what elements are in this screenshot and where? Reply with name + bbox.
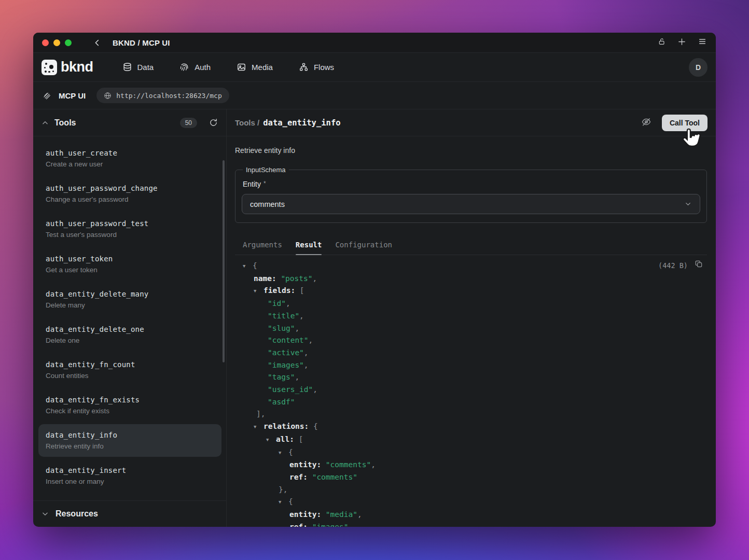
result-size: (442 B): [658, 260, 688, 272]
collapse-triangle-icon[interactable]: ▼: [279, 447, 288, 459]
user-avatar[interactable]: D: [689, 58, 708, 77]
image-icon: [237, 62, 246, 72]
collapse-triangle-icon[interactable]: ▼: [243, 260, 253, 273]
nav-item-label: Media: [252, 63, 273, 72]
json-line: ref: "images": [235, 521, 707, 527]
nav-item-label: Auth: [195, 63, 211, 72]
input-schema-legend: InputSchema: [243, 166, 289, 174]
resources-section-header[interactable]: Resources: [33, 500, 226, 527]
json-line: "content",: [235, 334, 707, 347]
tool-description: Retrieve entity info: [235, 146, 707, 155]
tool-list-item[interactable]: auth_user_password_test Test a user's pa…: [38, 213, 221, 245]
nav-item-media[interactable]: Media: [237, 62, 273, 72]
database-icon: [122, 62, 132, 72]
tool-list-item[interactable]: auth_user_create Create a new user: [38, 142, 221, 175]
tool-list-item[interactable]: data_entity_fn_exists Check if entity ex…: [38, 389, 221, 422]
json-line: "active",: [235, 347, 707, 359]
chevron-down-icon: [41, 510, 49, 517]
call-tool-button[interactable]: Call Tool: [662, 115, 708, 131]
json-line: ▼{: [235, 496, 707, 509]
bknd-logo-icon: [41, 60, 57, 75]
tool-description-short: Insert one or many: [46, 476, 214, 487]
globe-icon: [104, 92, 112, 100]
resources-section-title: Resources: [56, 509, 98, 519]
tool-list-item[interactable]: data_entity_fn_count Count entities: [38, 354, 221, 386]
window-titlebar: BKND / MCP UI: [33, 33, 716, 53]
new-tab-icon[interactable]: [677, 37, 686, 48]
required-mark: *: [263, 180, 266, 187]
menu-icon[interactable]: [698, 37, 707, 48]
json-line: "id",: [235, 298, 707, 310]
copy-icon[interactable]: [695, 260, 703, 272]
tool-list-item[interactable]: auth_user_password_change Change a user'…: [38, 177, 221, 210]
collapse-triangle-icon[interactable]: ▼: [254, 421, 263, 433]
tab-result[interactable]: Result: [296, 234, 322, 255]
entity-select[interactable]: comments: [242, 194, 700, 214]
mcp-layers-icon: [43, 91, 52, 100]
tool-detail-panel: Tools / data_entity_info Call Tool Retri…: [227, 109, 716, 527]
eye-off-icon[interactable]: [641, 117, 651, 129]
chevron-up-icon: [41, 119, 49, 127]
tool-description-short: Get a user token: [46, 264, 214, 275]
back-button[interactable]: [93, 39, 101, 47]
json-line: ref: "comments": [235, 471, 707, 484]
tab-configuration[interactable]: Configuration: [335, 234, 392, 255]
zoom-window-button[interactable]: [65, 39, 72, 46]
tool-description-short: Check if entity exists: [46, 405, 214, 416]
json-line: entity: "comments",: [235, 459, 707, 471]
tool-name: auth_user_password_change: [46, 183, 214, 194]
nav-item-auth[interactable]: Auth: [179, 62, 211, 72]
brand-logo[interactable]: bknd: [41, 59, 93, 75]
avatar-initial: D: [696, 63, 701, 72]
sidebar-scrollbar[interactable]: [223, 160, 225, 362]
workflow-icon: [299, 62, 309, 72]
json-line: ▼all: [: [235, 433, 707, 446]
traffic-lights: [42, 39, 72, 46]
server-url-pill[interactable]: http://localhost:28623/mcp: [96, 88, 229, 103]
tool-name: data_entity_fn_count: [46, 359, 214, 370]
json-line: ▼fields: [: [235, 285, 707, 298]
collapse-triangle-icon[interactable]: ▼: [266, 434, 276, 446]
json-line: "images",: [235, 359, 707, 372]
tools-section-header[interactable]: Tools 50: [33, 109, 226, 136]
tool-detail-header: Tools / data_entity_info Call Tool: [227, 109, 716, 136]
fingerprint-icon: [179, 62, 189, 72]
tool-detail-body: Retrieve entity info InputSchema Entity*…: [227, 136, 716, 527]
tool-list-item[interactable]: data_entity_insert Insert one or many: [38, 459, 221, 492]
nav-item-flows[interactable]: Flows: [299, 62, 334, 72]
tool-description-short: Count entities: [46, 370, 214, 381]
json-result-view: (442 B) ▼{name: "posts",▼fields: ["id","…: [235, 260, 707, 527]
tools-sidebar: Tools 50 auth_user_create Create a new u…: [33, 109, 227, 527]
json-line: entity: "media",: [235, 509, 707, 521]
tool-list-item[interactable]: data_entity_delete_one Delete one: [38, 318, 221, 351]
tool-name: data_entity_info: [46, 429, 214, 441]
minimize-window-button[interactable]: [53, 39, 60, 46]
tool-list-item[interactable]: data_entity_delete_many Delete many: [38, 283, 221, 316]
json-line: "slug",: [235, 323, 707, 335]
close-window-button[interactable]: [42, 39, 49, 46]
tool-name: data_entity_insert: [46, 465, 214, 476]
tool-list: auth_user_create Create a new user auth_…: [33, 136, 226, 500]
tab-arguments[interactable]: Arguments: [243, 234, 282, 255]
app-window: BKND / MCP UI: [33, 33, 716, 527]
json-line: "users_id",: [235, 384, 707, 396]
collapse-triangle-icon[interactable]: ▼: [279, 496, 288, 509]
chevron-left-icon: [93, 39, 101, 47]
breadcrumb-tools[interactable]: Tools /: [235, 118, 259, 127]
nav-item-label: Flows: [314, 63, 334, 72]
refresh-tools-button[interactable]: [209, 118, 218, 127]
tools-count-badge: 50: [180, 118, 197, 128]
breadcrumb-bar: MCP UI http://localhost:28623/mcp: [33, 82, 716, 109]
tool-list-item[interactable]: auth_user_token Get a user token: [38, 248, 221, 281]
tool-list-item[interactable]: data_entity_info Retrieve entity info: [38, 424, 221, 457]
collapse-triangle-icon[interactable]: ▼: [254, 285, 263, 298]
tool-description-short: Delete many: [46, 300, 214, 311]
json-line: "title",: [235, 310, 707, 323]
lock-icon[interactable]: [658, 37, 666, 48]
tool-name: auth_user_create: [46, 147, 214, 159]
nav-item-data[interactable]: Data: [122, 62, 154, 72]
entity-field-label: Entity*: [242, 180, 700, 188]
json-lines: ▼{name: "posts",▼fields: ["id","title","…: [235, 260, 707, 527]
result-tabs: Arguments Result Configuration: [235, 234, 707, 255]
json-line: "asdf": [235, 396, 707, 409]
